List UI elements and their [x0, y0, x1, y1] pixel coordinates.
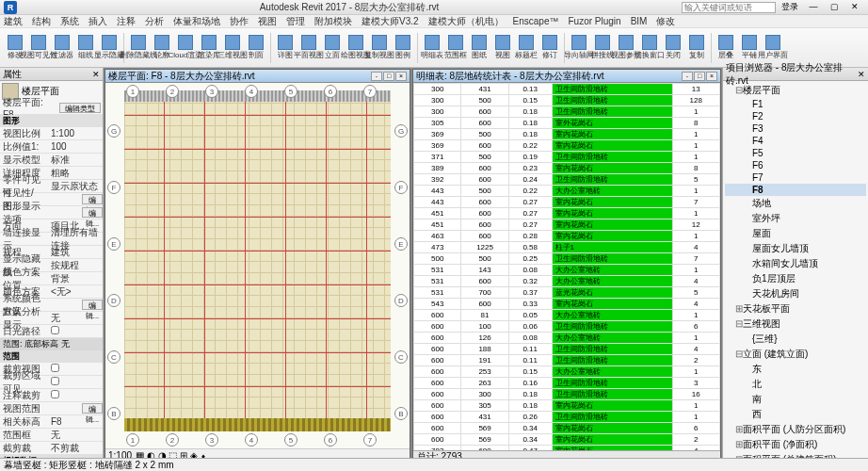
- tree-node[interactable]: 南: [725, 392, 866, 407]
- menu-tab[interactable]: 视图: [258, 15, 277, 28]
- tree-twisty-icon[interactable]: ⊞: [734, 439, 743, 449]
- property-row[interactable]: 注释裁剪: [0, 389, 103, 402]
- tree-node[interactable]: 室外坪: [725, 211, 866, 226]
- grid-bubble[interactable]: 1: [126, 433, 139, 447]
- prop-checkbox[interactable]: [51, 390, 59, 398]
- tree-node[interactable]: ⊟三维视图: [725, 317, 866, 332]
- tree-node[interactable]: 场地: [725, 196, 866, 211]
- grid-bubble[interactable]: D: [394, 294, 408, 307]
- menu-tab[interactable]: 建筑: [4, 15, 23, 28]
- schedule-row[interactable]: 4436000.27室内花岗石7: [414, 197, 720, 208]
- grid-bubble[interactable]: B: [394, 407, 408, 420]
- ribbon-button[interactable]: 三维视图: [221, 31, 244, 65]
- tree-node[interactable]: F1: [725, 98, 866, 110]
- menu-tab[interactable]: 修改: [656, 15, 675, 28]
- ribbon-button[interactable]: 过滤器: [51, 31, 73, 65]
- grid-bubble[interactable]: 3: [205, 433, 218, 447]
- grid-bubble[interactable]: 6: [324, 85, 337, 98]
- grid-bubble[interactable]: 2: [166, 433, 179, 447]
- menu-tab[interactable]: 插入: [88, 15, 107, 28]
- grid-bubble[interactable]: G: [394, 124, 408, 138]
- grid-bubble[interactable]: 1: [126, 85, 139, 98]
- prop-checkbox[interactable]: [51, 377, 59, 385]
- tree-node[interactable]: ⊞面积平面 (净面积): [725, 437, 866, 452]
- tree-node[interactable]: F2: [725, 110, 866, 122]
- browser-close-icon[interactable]: ✕: [858, 70, 865, 79]
- schedule-row[interactable]: 3896000.23室内花岗石8: [414, 163, 720, 174]
- schedule-row[interactable]: 3926000.24卫生间防滑地砖5: [414, 174, 720, 186]
- ribbon-button[interactable]: Cloud渲染: [174, 31, 197, 65]
- ribbon-button[interactable]: 明细表: [421, 31, 443, 65]
- schedule-row[interactable]: 600810.05大办公室地砖1: [414, 310, 720, 321]
- schedule-row[interactable]: 4636000.28室内花岗石1: [414, 231, 720, 242]
- tree-twisty-icon[interactable]: ⊞: [734, 303, 743, 314]
- schedule-row[interactable]: 6001000.06卫生间防滑地砖6: [414, 321, 720, 333]
- tree-node[interactable]: ⊞天花板平面: [725, 301, 866, 317]
- tree-node[interactable]: F4: [725, 135, 866, 147]
- schedule-row[interactable]: 6001880.11卫生间防滑地砖4: [414, 344, 720, 355]
- tree-node[interactable]: 天花机房间: [725, 286, 866, 301]
- tree-twisty-icon[interactable]: ⊟: [734, 349, 743, 359]
- tree-node[interactable]: F6: [725, 159, 866, 171]
- property-row[interactable]: 视图范围编辑...: [0, 402, 103, 415]
- plan-canvas[interactable]: 11223344556677BBCCDDEEFFGG: [105, 83, 410, 448]
- schedule-row[interactable]: 5005000.25卫生间防滑地砖7: [414, 253, 720, 265]
- schedule-row[interactable]: 3715000.19卫生间防滑地砖1: [414, 152, 720, 163]
- schedule-row[interactable]: 5311430.08大办公室地砖1: [414, 265, 720, 276]
- prop-checkbox[interactable]: [51, 326, 59, 334]
- schedule-row[interactable]: 5317000.37蓝光花岗石5: [414, 287, 720, 299]
- grid-bubble[interactable]: G: [107, 124, 121, 138]
- property-row[interactable]: 墙连接显示清理所有墙连接: [0, 233, 103, 246]
- grid-bubble[interactable]: 3: [205, 85, 218, 98]
- ribbon-button[interactable]: 显示隐藏: [98, 31, 121, 65]
- property-row[interactable]: 范围框无: [0, 429, 103, 442]
- property-row[interactable]: 相关标高F8: [0, 415, 103, 429]
- ribbon-button[interactable]: 修订: [538, 31, 561, 65]
- ribbon-button[interactable]: 平面视图: [297, 31, 320, 65]
- tree-node[interactable]: 屋面女儿墙顶: [725, 241, 866, 256]
- schedule-row[interactable]: 4516000.27室内花岗石1: [414, 208, 720, 219]
- property-row[interactable]: 日光路径: [0, 325, 103, 338]
- schedule-row[interactable]: 4435000.22大办公室地砖1: [414, 186, 720, 197]
- tree-node[interactable]: 北: [725, 377, 866, 392]
- ribbon-button[interactable]: 图纸: [468, 31, 490, 65]
- tree-node[interactable]: F7: [725, 171, 866, 184]
- grid-bubble[interactable]: 5: [284, 433, 297, 447]
- grid-bubble[interactable]: F: [394, 181, 408, 194]
- schedule-row[interactable]: 6004310.26卫生间防滑地砖1: [414, 412, 720, 423]
- property-row[interactable]: 图形显示选项编辑...: [0, 206, 103, 219]
- grid-bubble[interactable]: 6: [324, 433, 337, 447]
- minimize-button[interactable]: —: [804, 2, 823, 13]
- schedule-row[interactable]: 6002530.15大办公室地砖1: [414, 366, 720, 378]
- menu-tab[interactable]: 协作: [230, 15, 249, 28]
- menu-tab[interactable]: 建模大师V3.2: [362, 15, 419, 28]
- maximize-button[interactable]: ▢: [825, 2, 844, 13]
- schedule-body[interactable]: 3004310.13卫生间防滑地砖133005000.15卫生间防滑地砖1283…: [413, 83, 720, 450]
- ribbon-button[interactable]: 剖面: [245, 31, 267, 65]
- property-row[interactable]: 默认分析显示无: [0, 312, 103, 325]
- ribbon-button[interactable]: 视图: [491, 31, 514, 65]
- property-row[interactable]: 裁剪区域可见: [0, 376, 103, 389]
- grid-bubble[interactable]: B: [107, 407, 121, 420]
- tree-node[interactable]: F8: [725, 184, 866, 196]
- schedule-row[interactable]: 3696000.22室内花岗石1: [414, 140, 720, 152]
- schedule-row[interactable]: 5316000.32大办公室地砖4: [414, 276, 720, 287]
- schedule-row[interactable]: 3006000.18卫生间防滑地砖1: [414, 106, 720, 118]
- menu-tab[interactable]: 管理: [286, 15, 305, 28]
- grid-bubble[interactable]: 7: [363, 433, 377, 447]
- tree-node[interactable]: ⊟立面 (建筑立面): [725, 347, 866, 362]
- tree-node[interactable]: 屋面: [725, 226, 866, 241]
- tree-node[interactable]: 西: [725, 407, 866, 422]
- ribbon-button[interactable]: 标题栏: [515, 31, 538, 65]
- schedule-row[interactable]: 6005690.34室内花岗石6: [414, 423, 720, 434]
- schedule-row[interactable]: 3695000.18室内花岗石1: [414, 129, 720, 140]
- menu-tab[interactable]: 建模大师（机电）: [428, 15, 504, 28]
- view-min-button[interactable]: -: [371, 72, 382, 81]
- ribbon-button[interactable]: 关闭: [662, 31, 684, 65]
- ribbon-button[interactable]: 复制视图: [368, 31, 391, 65]
- property-row[interactable]: 截剪裁不剪裁: [0, 442, 103, 455]
- grid-bubble[interactable]: C: [107, 350, 121, 364]
- tree-node[interactable]: 东: [725, 362, 866, 377]
- props-close-icon[interactable]: ✕: [92, 70, 100, 79]
- ribbon-button[interactable]: 切换窗口: [638, 31, 661, 65]
